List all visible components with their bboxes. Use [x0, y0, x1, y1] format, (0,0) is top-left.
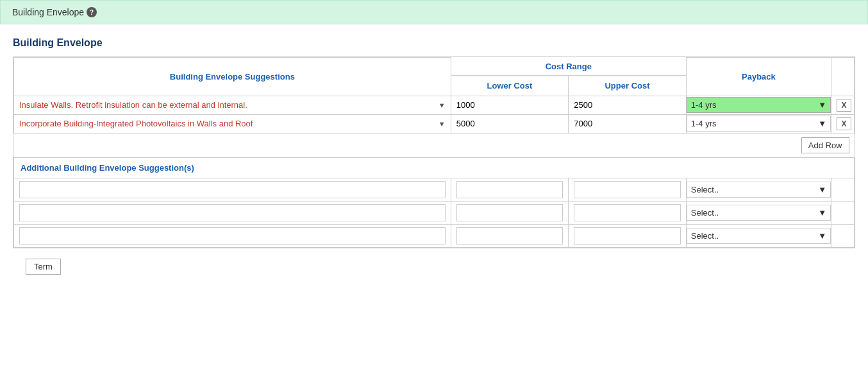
- row2-delete-cell: X: [831, 114, 855, 133]
- add-row1-payback-dropdown[interactable]: Select.. ▼: [687, 182, 831, 198]
- row1-upper-cost-input[interactable]: [574, 100, 681, 110]
- add-row1-payback-arrow-icon: ▼: [818, 185, 826, 194]
- section-header-bar: Building Envelope ?: [0, 0, 868, 24]
- row1-delete-button[interactable]: X: [837, 99, 851, 112]
- add-row3-payback-arrow-icon: ▼: [818, 231, 826, 241]
- help-icon[interactable]: ?: [87, 7, 97, 17]
- col-header-payback: Payback: [686, 58, 831, 96]
- row2-delete-button[interactable]: X: [837, 117, 851, 130]
- table-row: Incorporate Building-Integrated Photovol…: [14, 114, 855, 133]
- add-row1-payback-cell[interactable]: Select.. ▼: [686, 178, 831, 201]
- row2-payback-dropdown-icon: ▼: [818, 119, 826, 128]
- row2-lower-cost-cell[interactable]: [451, 114, 569, 133]
- add-row1-suggestion-cell[interactable]: [14, 178, 451, 201]
- add-row3-lower-cell[interactable]: [451, 224, 569, 247]
- add-row-cell: Add Row: [14, 133, 855, 157]
- row1-payback-text: 1-4 yrs: [691, 100, 717, 110]
- term-button[interactable]: Term: [26, 259, 61, 275]
- add-row3-upper-input[interactable]: [574, 227, 681, 245]
- row1-upper-cost-cell[interactable]: [569, 96, 687, 114]
- add-row-button[interactable]: Add Row: [801, 137, 849, 153]
- additional-row-3: Select.. ▼: [14, 224, 855, 247]
- add-row3-suggestion-cell[interactable]: [14, 224, 451, 247]
- section-title: Building Envelope: [13, 37, 855, 49]
- add-row3-upper-cell[interactable]: [569, 224, 687, 247]
- row2-payback-cell[interactable]: 1-4 yrs ▼: [686, 114, 831, 133]
- table-row: Insulate Walls. Retrofit insulation can …: [14, 96, 855, 114]
- add-row3-suggestion-input[interactable]: [19, 227, 446, 245]
- additional-row-2: Select.. ▼: [14, 201, 855, 224]
- bottom-row: Term: [0, 248, 868, 285]
- row2-suggestion-dropdown-icon[interactable]: ▼: [438, 120, 446, 128]
- row1-suggestion-dropdown-icon[interactable]: ▼: [438, 101, 446, 109]
- row2-payback-text: 1-4 yrs: [691, 119, 717, 128]
- add-row1-upper-input[interactable]: [574, 181, 681, 198]
- section-header-label: Building Envelope: [12, 7, 84, 17]
- additional-row-1: Select.. ▼: [14, 178, 855, 201]
- add-row2-payback-dropdown[interactable]: Select.. ▼: [687, 205, 831, 221]
- col-header-upper: Upper Cost: [569, 75, 687, 96]
- add-row3-payback-text: Select..: [691, 231, 719, 241]
- additional-section-label-row: Additional Building Envelope Suggestion(…: [14, 157, 855, 178]
- row1-lower-cost-input[interactable]: [456, 100, 563, 110]
- row2-payback-dropdown[interactable]: 1-4 yrs ▼: [687, 116, 831, 132]
- row1-suggestion-text: Insulate Walls. Retrofit insulation can …: [19, 100, 436, 110]
- row1-delete-cell: X: [831, 96, 855, 114]
- cost-range-header: Cost Range: [451, 58, 686, 76]
- row2-upper-cost-input[interactable]: [574, 119, 681, 128]
- row1-payback-cell[interactable]: 1-4 yrs ▼: [686, 96, 831, 114]
- add-row1-payback-text: Select..: [691, 185, 719, 194]
- add-row3-payback-dropdown[interactable]: Select.. ▼: [687, 228, 831, 244]
- add-row2-upper-input[interactable]: [574, 204, 681, 221]
- add-row2-suggestion-cell[interactable]: [14, 201, 451, 224]
- add-row1-empty-cell: [831, 178, 855, 201]
- add-row1-lower-cell[interactable]: [451, 178, 569, 201]
- row1-lower-cost-cell[interactable]: [451, 96, 569, 114]
- add-row-row: Add Row: [14, 133, 855, 157]
- add-row2-lower-cell[interactable]: [451, 201, 569, 224]
- add-row2-payback-cell[interactable]: Select.. ▼: [686, 201, 831, 224]
- col-header-suggestion: Building Envelope Suggestions: [14, 58, 451, 96]
- add-row2-payback-arrow-icon: ▼: [818, 208, 826, 218]
- add-row3-payback-cell[interactable]: Select.. ▼: [686, 224, 831, 247]
- add-row1-suggestion-input[interactable]: [19, 181, 446, 198]
- add-row2-upper-cell[interactable]: [569, 201, 687, 224]
- row2-suggestion-cell: Incorporate Building-Integrated Photovol…: [14, 114, 451, 133]
- add-row2-empty-cell: [831, 201, 855, 224]
- row1-payback-dropdown[interactable]: 1-4 yrs ▼: [687, 97, 831, 113]
- main-table: Building Envelope Suggestions Cost Range…: [13, 56, 855, 248]
- row2-upper-cost-cell[interactable]: [569, 114, 687, 133]
- row2-suggestion-text: Incorporate Building-Integrated Photovol…: [19, 119, 436, 128]
- add-row2-suggestion-input[interactable]: [19, 204, 446, 221]
- col-header-lower: Lower Cost: [451, 75, 569, 96]
- add-row1-upper-cell[interactable]: [569, 178, 687, 201]
- row2-lower-cost-input[interactable]: [456, 119, 563, 128]
- add-row2-payback-text: Select..: [691, 208, 719, 218]
- add-row3-lower-input[interactable]: [456, 227, 563, 245]
- additional-section-label: Additional Building Envelope Suggestion(…: [14, 157, 855, 178]
- add-row2-lower-input[interactable]: [456, 204, 563, 221]
- row1-payback-dropdown-icon: ▼: [818, 100, 826, 110]
- row1-suggestion-cell: Insulate Walls. Retrofit insulation can …: [14, 96, 451, 114]
- add-row1-lower-input[interactable]: [456, 181, 563, 198]
- add-row3-empty-cell: [831, 224, 855, 247]
